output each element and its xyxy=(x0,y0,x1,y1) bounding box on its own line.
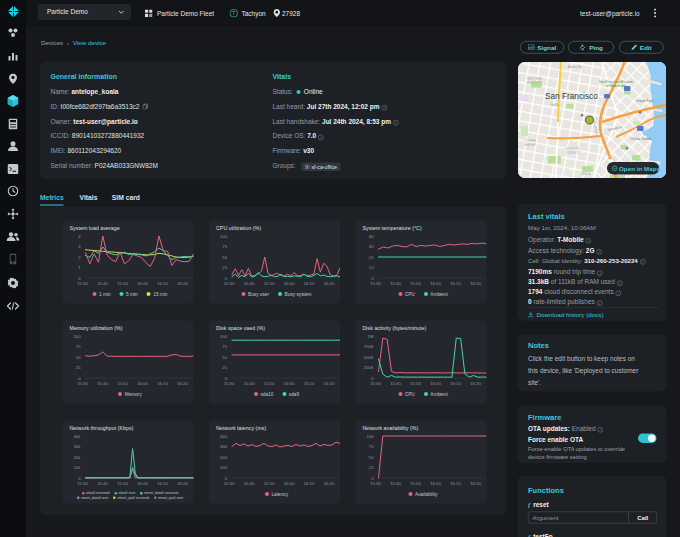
svg-text:16:20: 16:20 xyxy=(177,381,188,386)
svg-text:16:00: 16:00 xyxy=(137,481,148,486)
svg-text:750K: 750K xyxy=(364,344,374,349)
svg-text:400: 400 xyxy=(220,434,228,439)
svg-text:75: 75 xyxy=(369,444,374,449)
svg-text:16:00: 16:00 xyxy=(430,381,441,386)
svg-text:16:10: 16:10 xyxy=(450,481,461,486)
svg-text:15:50: 15:50 xyxy=(117,281,128,286)
svg-text:ADDITION: ADDITION xyxy=(527,81,541,85)
svg-text:15:40: 15:40 xyxy=(244,381,255,386)
svg-text:50: 50 xyxy=(222,255,227,260)
svg-text:25: 25 xyxy=(76,365,81,370)
svg-text:1: 1 xyxy=(78,265,81,270)
svg-text:15:40: 15:40 xyxy=(97,381,108,386)
svg-text:15:40: 15:40 xyxy=(244,481,255,486)
svg-text:10: 10 xyxy=(369,265,374,270)
svg-text:16:20: 16:20 xyxy=(177,281,188,286)
svg-text:15:30: 15:30 xyxy=(224,481,235,486)
svg-text:15:30: 15:30 xyxy=(370,381,381,386)
svg-text:16:00: 16:00 xyxy=(430,481,441,486)
svg-text:0: 0 xyxy=(371,476,374,481)
svg-text:50: 50 xyxy=(222,355,227,360)
svg-text:30k: 30k xyxy=(74,444,82,449)
svg-text:15:40: 15:40 xyxy=(390,481,401,486)
svg-text:75: 75 xyxy=(222,244,227,249)
svg-text:T: T xyxy=(232,11,235,16)
svg-text:1M: 1M xyxy=(368,334,374,339)
svg-text:15:50: 15:50 xyxy=(117,481,128,486)
svg-text:25: 25 xyxy=(369,465,374,470)
svg-text:San Francisco: San Francisco xyxy=(545,92,598,101)
svg-text:500K: 500K xyxy=(364,355,374,360)
svg-text:15:30: 15:30 xyxy=(77,281,88,286)
svg-text:15:50: 15:50 xyxy=(264,381,275,386)
svg-text:15:40: 15:40 xyxy=(390,281,401,286)
svg-text:16:00: 16:00 xyxy=(284,281,295,286)
svg-text:100: 100 xyxy=(220,234,228,239)
svg-text:15:30: 15:30 xyxy=(370,281,381,286)
svg-text:0: 0 xyxy=(78,376,81,381)
svg-text:50: 50 xyxy=(369,455,374,460)
svg-text:10k: 10k xyxy=(74,465,82,470)
svg-text:16:00: 16:00 xyxy=(137,281,148,286)
svg-text:16:20: 16:20 xyxy=(470,381,481,386)
svg-text:16:10: 16:10 xyxy=(157,281,168,286)
svg-text:16:10: 16:10 xyxy=(450,281,461,286)
svg-text:25: 25 xyxy=(222,365,227,370)
svg-text:20: 20 xyxy=(369,255,374,260)
svg-text:15:40: 15:40 xyxy=(97,281,108,286)
svg-text:15:30: 15:30 xyxy=(224,381,235,386)
svg-text:15:40: 15:40 xyxy=(390,381,401,386)
svg-text:40: 40 xyxy=(369,234,374,239)
svg-text:0: 0 xyxy=(371,276,374,281)
svg-text:16:20: 16:20 xyxy=(470,481,481,486)
svg-text:HAIGHT: HAIGHT xyxy=(525,143,537,147)
svg-text:15:40: 15:40 xyxy=(244,281,255,286)
svg-text:16:10: 16:10 xyxy=(157,481,168,486)
svg-text:DISTRICT: DISTRICT xyxy=(566,151,580,155)
svg-text:300: 300 xyxy=(220,444,228,449)
svg-text:15:30: 15:30 xyxy=(224,281,235,286)
svg-text:250K: 250K xyxy=(364,365,374,370)
svg-text:75: 75 xyxy=(76,344,81,349)
svg-text:0: 0 xyxy=(225,476,228,481)
svg-text:Oracle Park: Oracle Park xyxy=(636,99,654,103)
svg-text:100: 100 xyxy=(73,334,81,339)
svg-text:Chase Center: Chase Center xyxy=(631,137,652,141)
svg-text:NoPa: NoPa xyxy=(551,103,559,107)
svg-text:0: 0 xyxy=(78,476,81,481)
svg-text:20k: 20k xyxy=(74,455,82,460)
svg-text:16:10: 16:10 xyxy=(304,481,315,486)
svg-text:15:50: 15:50 xyxy=(117,381,128,386)
svg-text:50: 50 xyxy=(76,355,81,360)
svg-text:16:10: 16:10 xyxy=(450,381,461,386)
svg-text:15:30: 15:30 xyxy=(370,481,381,486)
svg-text:15:50: 15:50 xyxy=(410,381,421,386)
svg-text:15:40: 15:40 xyxy=(97,481,108,486)
svg-text:100: 100 xyxy=(220,465,228,470)
svg-text:16:20: 16:20 xyxy=(324,481,335,486)
svg-text:0: 0 xyxy=(371,376,374,381)
svg-text:0: 0 xyxy=(225,376,228,381)
svg-text:16:00: 16:00 xyxy=(430,281,441,286)
svg-text:3: 3 xyxy=(78,244,81,249)
svg-text:40k: 40k xyxy=(74,434,82,439)
svg-text:100: 100 xyxy=(366,434,374,439)
svg-text:16:20: 16:20 xyxy=(324,281,335,286)
svg-text:30: 30 xyxy=(369,244,374,249)
svg-text:0: 0 xyxy=(225,276,228,281)
svg-text:15:50: 15:50 xyxy=(410,481,421,486)
svg-text:of Modern Art: of Modern Art xyxy=(606,84,626,88)
svg-text:16:10: 16:10 xyxy=(157,381,168,386)
svg-text:100: 100 xyxy=(220,334,228,339)
svg-text:16:20: 16:20 xyxy=(177,481,188,486)
svg-text:25: 25 xyxy=(222,265,227,270)
svg-text:24th St: 24th St xyxy=(581,172,591,176)
svg-text:0: 0 xyxy=(78,276,81,281)
svg-text:75: 75 xyxy=(222,344,227,349)
svg-text:15:30: 15:30 xyxy=(77,481,88,486)
svg-text:15:30: 15:30 xyxy=(77,381,88,386)
svg-text:16:20: 16:20 xyxy=(324,381,335,386)
svg-text:16:20: 16:20 xyxy=(470,281,481,286)
svg-text:4: 4 xyxy=(78,234,81,239)
svg-text:16:10: 16:10 xyxy=(304,281,315,286)
